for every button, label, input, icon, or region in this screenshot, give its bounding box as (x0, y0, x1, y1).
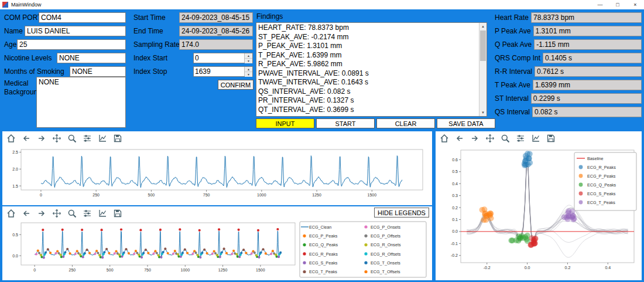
session-label-sampling-rate: Sampling Rate (133, 40, 180, 49)
maximize-button[interactable]: □ (609, 0, 626, 9)
metric-label: Heart Rate (495, 12, 531, 23)
ecg-p-onsets-marker (54, 252, 57, 254)
spinner-arrows: ▲▼ (244, 67, 252, 76)
ecg-r-peaks-marker (120, 228, 122, 230)
ecg-s-peaks-marker (160, 256, 162, 259)
clean-ecg-chart[interactable]: 02505007501000125015000.00.5ECG_CleanECG… (4, 220, 429, 279)
scroll-down-icon[interactable]: ▼ (479, 109, 487, 116)
findings-text: HEART_RATE: 78.8373 bpmST_PEAK_AVE: -0.2… (258, 23, 477, 115)
zoom-button[interactable] (499, 132, 511, 144)
forward-button[interactable] (469, 132, 481, 144)
ecg-s-peaks-point (527, 242, 533, 248)
customize-button[interactable] (97, 132, 108, 144)
subplots-button[interactable] (81, 132, 93, 144)
session-label-end-time: End Time (133, 27, 163, 35)
scroll-up-icon[interactable]: ▲ (479, 23, 487, 30)
minimize-icon: — (598, 2, 603, 8)
subplots-button[interactable] (515, 132, 526, 144)
hide-legends-button[interactable]: HIDE LEGENDS (374, 208, 429, 218)
customize-button[interactable] (97, 208, 108, 219)
spinner-input-index-stop[interactable] (194, 67, 244, 76)
forward-icon (37, 134, 46, 143)
ecg-r-peaks-marker (139, 229, 142, 231)
pan-button[interactable] (51, 208, 63, 219)
spinner-index-stop: ▲▼ (193, 66, 253, 77)
svg-text:0.0: 0.0 (452, 229, 458, 233)
svg-text:1000: 1000 (257, 193, 266, 197)
spin-down-icon[interactable]: ▼ (245, 72, 252, 77)
spin-up-icon[interactable]: ▲ (245, 53, 252, 59)
zoom-button[interactable] (66, 208, 78, 219)
save-button[interactable] (112, 132, 124, 144)
svg-text:0.1: 0.1 (452, 218, 458, 222)
form-input-age[interactable] (17, 39, 126, 50)
pan-button[interactable] (484, 132, 496, 144)
back-button[interactable] (20, 208, 32, 219)
svg-text:ECG_Q_Peaks: ECG_Q_Peaks (309, 242, 338, 247)
findings-box: HEART_RATE: 78.8373 bpmST_PEAK_AVE: -0.2… (256, 22, 487, 117)
form-input-com-port[interactable] (39, 12, 126, 23)
ecg-p-offsets-marker (97, 252, 99, 254)
back-button[interactable] (20, 132, 32, 144)
findings-button-start[interactable]: START (316, 118, 375, 128)
save-button[interactable] (112, 208, 124, 219)
findings-button-save-data[interactable]: SAVE DATA (437, 118, 495, 128)
form-input-months-of-smoking[interactable] (70, 66, 126, 77)
ecg-s-peaks-marker (62, 256, 64, 258)
customize-icon (98, 134, 107, 143)
zoom-button[interactable] (66, 132, 78, 144)
subplots-icon (83, 134, 92, 143)
subplots-button[interactable] (81, 208, 93, 219)
pan-button[interactable] (51, 132, 63, 144)
zoom-icon (67, 209, 77, 218)
back-button[interactable] (454, 132, 465, 144)
ecg-p-onsets-marker (270, 253, 272, 255)
ecg-p-peaks-point (479, 207, 485, 213)
home-button[interactable] (5, 132, 17, 144)
raw-ecg-chart[interactable]: 02505007501000125015001.52.02.5 (4, 147, 429, 204)
finding-line: PWAVE_INTERVAL_AVE: 0.0891 s (258, 69, 477, 79)
findings-scrollbar[interactable]: ▲ ▼ (479, 23, 487, 116)
window-title: MainWindow (11, 2, 42, 8)
customize-button[interactable] (530, 132, 542, 144)
forward-button[interactable] (36, 132, 47, 144)
form-input-name[interactable] (25, 26, 126, 36)
ecg-r-onsets-marker (59, 254, 61, 256)
svg-text:0: 0 (40, 193, 42, 197)
medical-background-input[interactable]: NONE (36, 77, 126, 128)
forward-button[interactable] (36, 208, 47, 219)
scrollbar-thumb[interactable] (480, 30, 486, 61)
close-button[interactable]: × (626, 0, 644, 9)
ecg-p-onsets-marker (74, 253, 77, 255)
svg-text:1000: 1000 (180, 268, 190, 272)
beat-overlay-chart[interactable]: -0.20.00.20.40.60.50.40.30.20.10.0-0.1-0… (436, 147, 640, 279)
pan-icon (52, 209, 61, 218)
svg-text:1250: 1250 (312, 193, 321, 197)
close-icon: × (633, 2, 636, 8)
spin-up-icon[interactable]: ▲ (245, 67, 252, 72)
findings-button-input[interactable]: INPUT (256, 118, 314, 128)
customize-icon (98, 209, 107, 218)
ecg-t-onsets-marker (240, 252, 242, 254)
ecg-t-offsets-marker (225, 252, 228, 254)
plot-toolbar (5, 132, 124, 144)
home-button[interactable] (439, 132, 450, 144)
finding-line: QT_INTERVAL_AVE: 0.3699 s (258, 106, 477, 115)
ecg-r-onsets-marker (177, 253, 179, 256)
spinner-input-index-start[interactable] (194, 53, 244, 63)
svg-text:-0.1: -0.1 (451, 242, 458, 246)
confirm-button[interactable]: CONFIRM (218, 80, 254, 90)
svg-text:ECG_T_Offsets: ECG_T_Offsets (371, 269, 400, 274)
form-input-nicotine-levels[interactable] (57, 53, 126, 63)
spin-down-icon[interactable]: ▼ (245, 59, 252, 63)
findings-button-clear[interactable]: CLEAR (376, 118, 435, 128)
save-button[interactable] (545, 132, 557, 144)
metric-row-t-peak-ave: T Peak Ave1.6399 mm (495, 80, 642, 90)
spinner-label-index-start: Index Start (133, 54, 167, 62)
minimize-button[interactable]: — (591, 0, 609, 9)
ecg-p-peaks-point (488, 211, 494, 217)
svg-text:2.0: 2.0 (12, 167, 18, 171)
home-button[interactable] (5, 208, 17, 219)
ecg-p-onsets-marker (152, 253, 155, 255)
ecg-r-peaks-marker (101, 229, 103, 231)
